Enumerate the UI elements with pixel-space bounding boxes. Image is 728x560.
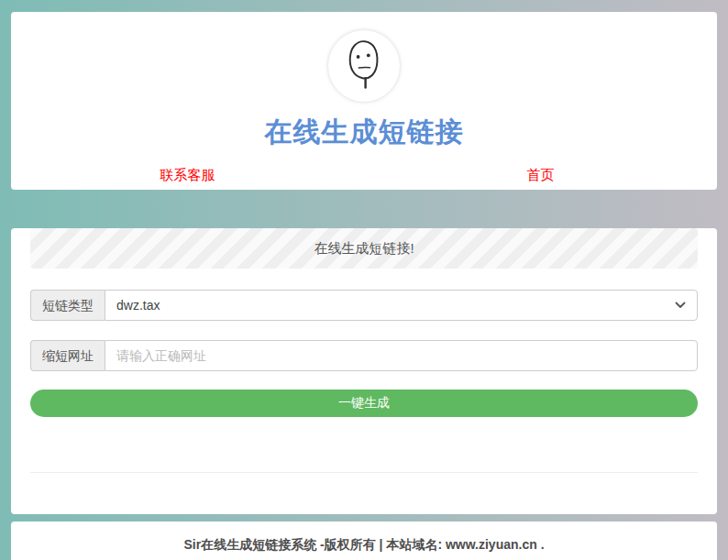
nav-link-home[interactable]: 首页 (527, 167, 555, 182)
card-bottom-divider (30, 472, 698, 473)
short-link-type-select[interactable]: dwz.tax (105, 290, 698, 321)
striped-banner: 在线生成短链接! (30, 228, 698, 269)
url-input-row: 缩短网址 (30, 340, 698, 371)
generate-button[interactable]: 一键生成 (30, 390, 698, 417)
nav-link-contact-support[interactable]: 联系客服 (160, 167, 215, 182)
page-background: 在线生成短链接 联系客服 首页 在线生成短链接! 短链类型 dwz.tax (0, 0, 728, 560)
short-link-type-label: 短链类型 (30, 290, 105, 321)
footer-bar: Sir在线生成短链接系统 -版权所有 | 本站域名: www.ziyuan.cn… (11, 522, 717, 560)
copyright-text: Sir在线生成短链接系统 -版权所有 | 本站域名: www.ziyuan.cn… (183, 537, 544, 552)
meme-face-icon (335, 35, 393, 97)
generator-card: 在线生成短链接! 短链类型 dwz.tax 缩短网址 一键生成 (11, 228, 717, 514)
url-input-label: 缩短网址 (30, 340, 105, 371)
page-title: 在线生成短链接 (11, 114, 717, 151)
site-logo-avatar (327, 29, 401, 103)
header-nav: 联系客服 首页 (11, 167, 717, 184)
url-input[interactable] (105, 340, 698, 371)
short-link-type-row: 短链类型 dwz.tax (30, 290, 698, 321)
header-card: 在线生成短链接 联系客服 首页 (11, 12, 717, 190)
